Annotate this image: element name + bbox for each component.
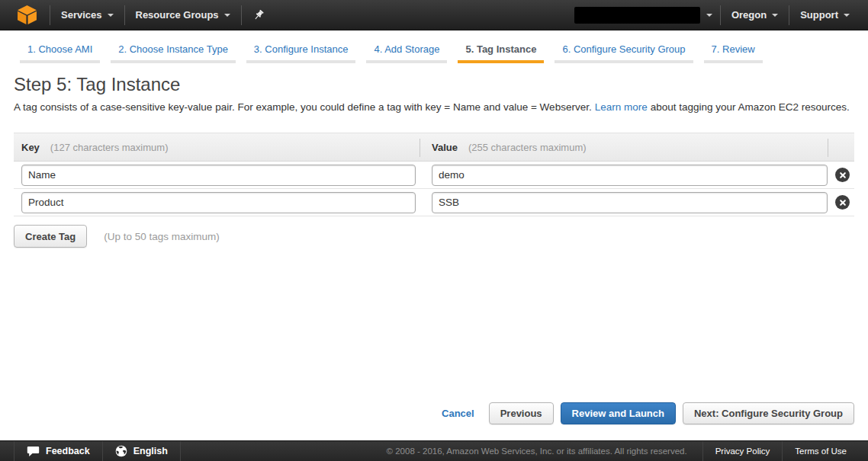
support-label: Support <box>800 9 838 21</box>
aws-cube-icon <box>17 5 37 25</box>
delete-tag-button[interactable] <box>835 168 850 182</box>
previous-button[interactable]: Previous <box>489 402 554 424</box>
aws-logo[interactable] <box>14 0 50 30</box>
create-tag-hint: (Up to 50 tags maximum) <box>104 231 220 242</box>
key-column-header: Key (127 characters maximum) <box>14 133 420 161</box>
tab-choose-ami[interactable]: 1. Choose AMI <box>20 43 100 63</box>
account-name-redacted <box>574 7 700 24</box>
tab-tag-instance[interactable]: 5. Tag Instance <box>458 43 544 63</box>
pin-shortcut-button[interactable] <box>242 0 275 30</box>
key-header-label: Key <box>21 142 40 153</box>
action-column-header <box>828 133 854 161</box>
tag-row <box>14 189 854 216</box>
wizard-action-buttons: Cancel Previous Review and Launch Next: … <box>442 402 854 424</box>
top-nav-bar: Services Resource Groups <box>0 0 868 30</box>
key-header-hint: (127 characters maximum) <box>50 142 169 153</box>
language-button[interactable]: English <box>103 441 181 461</box>
page-title: Step 5: Tag Instance <box>14 74 854 95</box>
privacy-policy-link[interactable]: Privacy Policy <box>702 441 783 461</box>
description-text-after: about tagging your Amazon EC2 resources. <box>651 101 850 113</box>
language-label: English <box>133 446 168 456</box>
tab-configure-instance[interactable]: 3. Configure Instance <box>246 43 356 63</box>
tag-row <box>14 162 854 189</box>
top-nav-left: Services Resource Groups <box>14 0 275 30</box>
speech-bubble-icon <box>27 446 40 457</box>
tag-key-input[interactable] <box>21 165 416 186</box>
top-nav-right: Oregon Support <box>567 0 860 30</box>
region-menu[interactable]: Oregon <box>721 0 789 30</box>
support-menu[interactable]: Support <box>789 0 860 30</box>
chevron-down-icon <box>224 14 230 17</box>
pushpin-icon <box>252 9 265 21</box>
tag-value-input[interactable] <box>432 165 828 186</box>
footer-right-padding <box>859 441 868 461</box>
tag-table-header: Key (127 characters maximum) Value (255 … <box>14 133 854 162</box>
tab-configure-security-group[interactable]: 6. Configure Security Group <box>555 43 693 63</box>
tag-key-input[interactable] <box>21 192 416 213</box>
tab-add-storage[interactable]: 4. Add Storage <box>366 43 447 63</box>
chevron-down-icon <box>108 14 114 17</box>
chevron-down-icon <box>706 14 712 17</box>
copyright-text: © 2008 - 2016, Amazon Web Services, Inc.… <box>387 441 702 461</box>
next-configure-security-group-button[interactable]: Next: Configure Security Group <box>683 402 854 424</box>
create-tag-button[interactable]: Create Tag <box>14 225 87 248</box>
value-column-header: Value (255 characters maximum) <box>420 133 828 161</box>
tag-value-input[interactable] <box>432 192 828 213</box>
account-menu[interactable] <box>567 0 720 30</box>
region-label: Oregon <box>731 9 767 21</box>
description-text: A tag consists of a case-sensitive key-v… <box>14 101 592 113</box>
tab-choose-instance-type[interactable]: 2. Choose Instance Type <box>111 43 236 63</box>
cancel-link[interactable]: Cancel <box>442 408 474 419</box>
globe-icon <box>115 445 127 457</box>
review-and-launch-button[interactable]: Review and Launch <box>561 402 676 424</box>
resource-groups-label: Resource Groups <box>136 9 219 21</box>
tab-review[interactable]: 7. Review <box>704 43 763 63</box>
learn-more-link[interactable]: Learn more <box>595 101 648 113</box>
services-menu[interactable]: Services <box>50 0 124 30</box>
page-description: A tag consists of a case-sensitive key-v… <box>14 99 854 115</box>
main-content: Step 5: Tag Instance A tag consists of a… <box>0 63 868 248</box>
value-header-label: Value <box>432 142 458 153</box>
services-label: Services <box>61 9 102 21</box>
terms-of-use-link[interactable]: Terms of Use <box>782 441 859 461</box>
resource-groups-menu[interactable]: Resource Groups <box>125 0 241 30</box>
chevron-down-icon <box>772 14 778 17</box>
feedback-label: Feedback <box>46 446 90 456</box>
create-tag-row: Create Tag (Up to 50 tags maximum) <box>14 225 854 248</box>
tag-table: Key (127 characters maximum) Value (255 … <box>14 133 854 216</box>
footer-bar: Feedback English © 2008 - 2016, Amazon W… <box>0 440 868 461</box>
value-header-hint: (255 characters maximum) <box>468 142 587 153</box>
chevron-down-icon <box>844 14 850 17</box>
delete-tag-button[interactable] <box>835 195 850 210</box>
wizard-step-tabs: 1. Choose AMI 2. Choose Instance Type 3.… <box>0 30 868 63</box>
feedback-button[interactable]: Feedback <box>14 441 103 461</box>
